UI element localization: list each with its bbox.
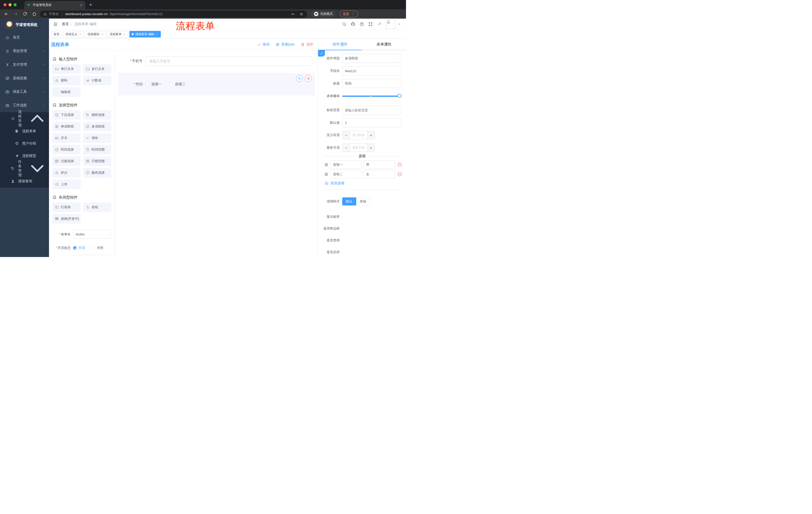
canvas-selected-component[interactable]: *性别 选项一 选项二 xyxy=(118,73,315,96)
palette-item-table[interactable]: 表格[开发中] xyxy=(52,214,81,223)
palette-item-date-picker[interactable]: 日期选择 xyxy=(52,156,81,166)
label-width-input[interactable] xyxy=(342,106,402,115)
palette-item-editor[interactable]: 编辑器 xyxy=(52,87,81,97)
sidebar-item-process-mgmt[interactable]: 流程管理 xyxy=(0,112,49,125)
close-icon[interactable] xyxy=(156,33,158,36)
remark-textarea[interactable]: 嘿嘿 xyxy=(73,255,111,257)
collapse-sidebar-icon[interactable] xyxy=(53,22,58,27)
close-window-button[interactable] xyxy=(3,3,6,6)
palette-item-checkbox-group[interactable]: 多选框组 xyxy=(83,122,112,131)
style-button-button[interactable]: 按钮 xyxy=(356,197,370,206)
option1-value-input[interactable] xyxy=(363,160,395,169)
text-size-icon[interactable]: TT xyxy=(377,22,382,26)
breadcrumb-home[interactable]: 首页 xyxy=(62,22,69,26)
save-button[interactable]: 保存 xyxy=(257,42,269,47)
palette-item-button[interactable]: 按钮 xyxy=(83,202,112,212)
checkbox-box[interactable] xyxy=(169,82,173,86)
address-bar[interactable]: 不安全 dashboard.yudao.iocoder.cn/bpm/manag… xyxy=(40,10,307,18)
link-tab[interactable] xyxy=(318,50,325,57)
slider-handle[interactable] xyxy=(398,94,402,98)
status-radio-on[interactable]: 开启 xyxy=(73,246,85,250)
sidebar-item-devtools[interactable]: 研发工具 xyxy=(0,85,49,99)
clear-button[interactable]: 清空 xyxy=(301,42,313,47)
palette-item-time-picker[interactable]: 时间选择 xyxy=(52,145,81,154)
zoom-window-button[interactable] xyxy=(13,3,17,6)
palette-item-date-range[interactable]: 日期范围 xyxy=(83,156,112,166)
view-json-button[interactable]: 查看json xyxy=(276,42,295,47)
title-input[interactable] xyxy=(342,79,402,88)
password-key-icon[interactable] xyxy=(291,12,295,16)
bookmark-star-icon[interactable] xyxy=(299,12,303,16)
tag-home[interactable]: 首页 xyxy=(51,31,62,37)
gender-checkbox-option1[interactable]: 选项一 xyxy=(146,82,162,86)
stepper-plus-button[interactable]: + xyxy=(367,143,375,152)
avatar-caret-icon[interactable] xyxy=(398,22,401,26)
sidebar-item-task-mgmt[interactable]: 任务管理 xyxy=(0,162,49,175)
palette-item-radio-group[interactable]: 单选框组 xyxy=(52,122,81,131)
browser-tab[interactable]: 芋道管理系统 xyxy=(24,1,85,9)
fullscreen-icon[interactable] xyxy=(368,22,373,26)
drag-handle-icon[interactable] xyxy=(324,162,329,167)
close-icon[interactable] xyxy=(101,33,104,36)
sidebar-item-infra[interactable]: 基础设施 xyxy=(0,72,49,85)
component-type-select[interactable]: 多选框组 xyxy=(342,54,402,63)
tag-process-definition[interactable]: 流程定义 xyxy=(63,31,84,37)
phone-input[interactable] xyxy=(145,56,312,66)
field-name-input[interactable] xyxy=(342,66,402,76)
palette-item-upload[interactable]: 上传 xyxy=(52,180,81,189)
palette-item-dropdown[interactable]: 下拉选择 xyxy=(52,110,81,120)
checkbox-box[interactable] xyxy=(146,82,149,86)
stepper-minus-button[interactable]: − xyxy=(343,143,350,152)
sidebar-item-system[interactable]: 系统管理 xyxy=(0,44,49,58)
tag-process-form[interactable]: 流程表单 xyxy=(107,31,128,37)
style-default-button[interactable]: 默认 xyxy=(342,197,356,206)
min-select-input[interactable] xyxy=(350,131,367,139)
search-icon[interactable] xyxy=(342,22,346,26)
palette-item-row-container[interactable]: 行容器 xyxy=(52,202,81,212)
palette-item-switch[interactable]: 开关 xyxy=(52,133,81,143)
remove-option-icon[interactable] xyxy=(397,162,402,167)
max-select-input[interactable] xyxy=(350,143,367,152)
palette-item-cascade[interactable]: 级联选择 xyxy=(83,110,112,120)
browser-menu-kebab-icon[interactable] xyxy=(351,12,355,16)
drag-handle-icon[interactable] xyxy=(324,172,329,177)
close-icon[interactable] xyxy=(123,33,126,36)
back-button[interactable] xyxy=(4,11,9,16)
github-icon[interactable] xyxy=(351,22,355,26)
form-grid-slider[interactable] xyxy=(342,91,402,101)
copy-component-button[interactable] xyxy=(296,75,303,82)
palette-item-time-range[interactable]: 时间范围 xyxy=(83,145,112,154)
sidebar-item-home[interactable]: 首页 xyxy=(0,31,49,44)
help-icon[interactable] xyxy=(359,22,364,26)
stepper-minus-button[interactable]: − xyxy=(343,131,350,139)
tag-process-form-edit[interactable]: 流程表单-编辑 xyxy=(129,31,161,37)
palette-item-slider[interactable]: 滑块 xyxy=(83,133,112,143)
palette-item-counter[interactable]: 123计数器 xyxy=(83,76,112,85)
tag-process-model[interactable]: 流程模型 xyxy=(85,31,106,37)
palette-item-password[interactable]: 密码 xyxy=(52,76,81,85)
browser-update-button[interactable]: 更新 xyxy=(340,10,358,17)
palette-item-multi-text[interactable]: 多行文本 xyxy=(83,64,112,74)
option2-label-input[interactable] xyxy=(330,170,362,179)
add-option-button[interactable]: 添加选项 xyxy=(325,181,402,186)
new-tab-button[interactable] xyxy=(88,2,93,7)
remove-option-icon[interactable] xyxy=(397,172,402,177)
stepper-plus-button[interactable]: + xyxy=(367,131,375,139)
tab-component-props[interactable]: 组件属性 xyxy=(318,39,362,50)
close-tab-icon[interactable] xyxy=(79,3,83,7)
delete-component-button[interactable] xyxy=(305,75,312,82)
option1-label-input[interactable] xyxy=(330,160,362,169)
tab-form-props[interactable]: 表单属性 xyxy=(362,39,406,50)
canvas-phone-row[interactable]: *手机号 xyxy=(115,56,318,66)
status-radio-off[interactable]: 关闭 xyxy=(91,246,103,250)
palette-item-rate[interactable]: 评分 xyxy=(52,168,81,178)
close-icon[interactable] xyxy=(79,33,82,36)
option2-value-input[interactable] xyxy=(363,170,395,179)
forward-button[interactable] xyxy=(13,11,18,16)
form-name-input[interactable] xyxy=(73,229,111,239)
home-button[interactable] xyxy=(32,11,37,16)
gender-checkbox-option2[interactable]: 选项二 xyxy=(169,82,185,86)
minimize-window-button[interactable] xyxy=(8,3,11,6)
user-avatar[interactable] xyxy=(386,19,396,29)
palette-item-single-text[interactable]: 单行文本 xyxy=(52,64,81,74)
